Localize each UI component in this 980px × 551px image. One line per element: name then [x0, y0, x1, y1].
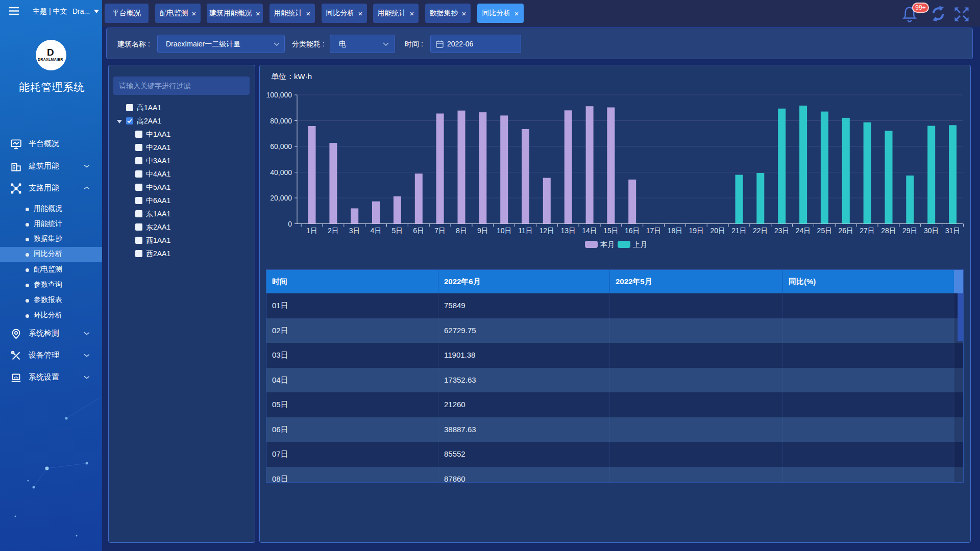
svg-text:24日: 24日: [796, 227, 811, 235]
svg-text:9日: 9日: [477, 227, 488, 235]
svg-text:25日: 25日: [817, 227, 832, 235]
svg-text:16日: 16日: [625, 227, 640, 235]
svg-text:8日: 8日: [456, 227, 467, 235]
svg-text:28日: 28日: [881, 227, 896, 235]
svg-text:1日: 1日: [306, 227, 317, 235]
svg-text:21日: 21日: [731, 227, 747, 235]
svg-text:15日: 15日: [603, 227, 619, 235]
svg-text:3日: 3日: [349, 227, 360, 235]
svg-text:20,000: 20,000: [270, 194, 292, 202]
svg-text:30日: 30日: [924, 227, 939, 235]
svg-text:40,000: 40,000: [270, 168, 292, 177]
svg-text:27日: 27日: [860, 227, 875, 235]
svg-text:17日: 17日: [646, 227, 662, 235]
svg-text:14日: 14日: [582, 227, 597, 235]
svg-text:26日: 26日: [838, 227, 853, 235]
svg-text:13日: 13日: [560, 227, 576, 235]
svg-text:12日: 12日: [540, 227, 555, 235]
svg-text:2日: 2日: [328, 227, 339, 235]
svg-text:20日: 20日: [710, 227, 725, 235]
svg-text:23日: 23日: [774, 227, 790, 235]
svg-text:4日: 4日: [371, 227, 382, 235]
svg-text:5日: 5日: [392, 227, 403, 235]
svg-text:31日: 31日: [945, 227, 961, 235]
svg-text:0: 0: [288, 220, 292, 228]
svg-text:29日: 29日: [902, 227, 918, 235]
svg-text:7日: 7日: [434, 227, 446, 235]
svg-text:本月: 本月: [600, 240, 615, 248]
svg-text:11日: 11日: [518, 227, 533, 235]
svg-text:6日: 6日: [413, 227, 424, 235]
svg-text:18日: 18日: [668, 227, 683, 235]
svg-text:上月: 上月: [633, 240, 647, 248]
svg-text:60,000: 60,000: [270, 142, 292, 151]
svg-text:80,000: 80,000: [270, 117, 292, 125]
svg-text:22日: 22日: [753, 227, 768, 235]
svg-text:100,000: 100,000: [266, 91, 292, 99]
svg-text:10日: 10日: [497, 227, 512, 235]
svg-text:19日: 19日: [689, 227, 704, 235]
